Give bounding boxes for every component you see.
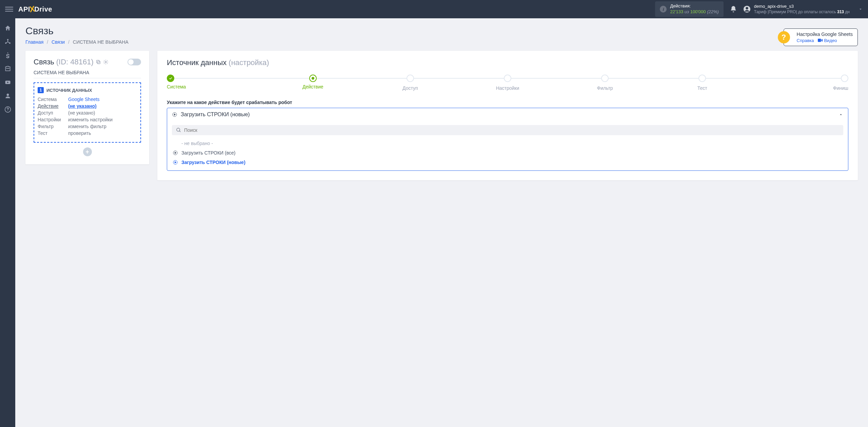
connection-title: Связь xyxy=(34,58,54,66)
actions-badge[interactable]: i Действия: 22'133 из 100'000 (22%) xyxy=(655,1,723,17)
play-icon xyxy=(173,160,178,165)
row-action-value[interactable]: (не указано) xyxy=(68,103,97,109)
source-box-title: ИСТОЧНИК ДАННЫХ xyxy=(46,88,92,93)
action-field-label: Укажите на какое действие будет срабатыв… xyxy=(167,100,848,105)
actions-count: 22'133 из 100'000 (22%) xyxy=(670,9,718,15)
option-none[interactable]: - не выбрано - xyxy=(172,139,843,148)
breadcrumb-links[interactable]: Связи xyxy=(52,39,65,45)
username: demo_apix-drive_s3 xyxy=(754,4,850,9)
page-title: Связь xyxy=(25,25,129,37)
sidebar xyxy=(0,18,15,187)
bell-icon[interactable] xyxy=(730,5,737,13)
row-access-label: Доступ xyxy=(38,110,68,116)
action-dropdown: Загрузить СТРОКИ (новые) - не выбрано - … xyxy=(167,108,848,171)
sidebar-billing[interactable] xyxy=(0,49,15,62)
svg-point-13 xyxy=(177,128,180,131)
sidebar-briefcase[interactable] xyxy=(0,62,15,75)
setup-subtitle: (настройка) xyxy=(229,58,269,67)
help-title: Настройка Google Sheets xyxy=(797,32,853,37)
tariff-info: Тариф |Премиум PRO| до оплаты осталось 3… xyxy=(754,9,850,15)
svg-point-1 xyxy=(746,7,748,9)
option-all-rows[interactable]: Загрузить СТРОКИ (все) xyxy=(172,148,843,158)
step-finish[interactable]: Финиш xyxy=(751,75,848,91)
step-test[interactable]: Тест xyxy=(654,75,751,91)
step-settings[interactable]: Настройки xyxy=(459,75,556,91)
connection-card: Связь (ID: 48161) СИСТЕМА НЕ ВЫБРАНА 1 И… xyxy=(25,51,149,164)
dropdown-toggle[interactable]: Загрузить СТРОКИ (новые) xyxy=(167,108,848,121)
sidebar-video[interactable] xyxy=(0,76,15,89)
actions-label: Действия: xyxy=(670,3,718,9)
step-system[interactable]: Система xyxy=(167,75,264,89)
row-filter-label: Фильтр xyxy=(38,124,68,129)
sidebar-home[interactable] xyxy=(0,22,15,35)
row-access-value: (не указано) xyxy=(68,110,95,116)
row-settings-value[interactable]: изменить настройки xyxy=(68,117,113,122)
step-filter[interactable]: Фильтр xyxy=(556,75,654,91)
help-bubble: ? Настройка Google Sheets Справка Видео xyxy=(784,28,858,46)
main-content: Связь Главная / Связи / СИСТЕМА НЕ ВЫБРА… xyxy=(15,18,868,187)
svg-point-11 xyxy=(105,61,106,63)
svg-rect-10 xyxy=(97,60,99,63)
info-icon: i xyxy=(660,6,667,13)
row-test-value[interactable]: проверить xyxy=(68,130,91,136)
connection-subtitle: СИСТЕМА НЕ ВЫБРАНА xyxy=(34,70,141,78)
logo-pre: API xyxy=(18,5,30,13)
hamburger-menu[interactable] xyxy=(5,5,13,13)
row-system-label: Система xyxy=(38,97,68,102)
svg-rect-9 xyxy=(97,61,100,64)
dropdown-selected-text: Загрузить СТРОКИ (новые) xyxy=(181,111,250,118)
question-icon[interactable]: ? xyxy=(778,31,790,43)
chevron-down-icon xyxy=(858,7,863,12)
sidebar-profile[interactable] xyxy=(0,89,15,102)
setup-card: Источник данных (настройка) Система Дейс… xyxy=(157,51,858,180)
stepper: Система Действие Доступ Настройки Фильтр xyxy=(167,75,848,91)
chevron-up-icon xyxy=(839,112,843,117)
row-system-value[interactable]: Google Sheets xyxy=(68,97,100,102)
step-access[interactable]: Доступ xyxy=(361,75,459,91)
gear-icon[interactable] xyxy=(103,59,108,65)
search-input[interactable] xyxy=(184,127,839,133)
data-source-box: 1 ИСТОЧНИК ДАННЫХ СистемаGoogle Sheets Д… xyxy=(34,82,141,143)
play-icon xyxy=(173,150,178,156)
breadcrumb-current: СИСТЕМА НЕ ВЫБРАНА xyxy=(73,39,129,45)
enable-toggle[interactable] xyxy=(127,59,141,65)
svg-point-2 xyxy=(7,39,8,40)
add-destination-button[interactable]: + xyxy=(83,147,92,156)
source-number: 1 xyxy=(38,87,44,93)
logo-x-icon: X xyxy=(29,4,36,14)
row-test-label: Тест xyxy=(38,130,68,136)
sidebar-help[interactable] xyxy=(0,103,15,116)
row-settings-label: Настройки xyxy=(38,117,68,122)
setup-title: Источник данных xyxy=(167,58,226,67)
copy-icon[interactable] xyxy=(96,59,101,65)
help-link-reference[interactable]: Справка xyxy=(797,38,814,43)
sidebar-connections[interactable] xyxy=(0,35,15,48)
play-icon xyxy=(172,112,177,117)
breadcrumbs: Главная / Связи / СИСТЕМА НЕ ВЫБРАНА xyxy=(25,39,129,45)
user-menu[interactable]: demo_apix-drive_s3 Тариф |Премиум PRO| д… xyxy=(743,4,863,15)
dropdown-search[interactable] xyxy=(172,125,843,135)
user-icon xyxy=(743,5,751,13)
step-action[interactable]: Действие xyxy=(264,75,361,89)
connection-id: (ID: 48161) xyxy=(56,58,94,66)
topbar: API X Drive i Действия: 22'133 из 100'00… xyxy=(0,0,868,18)
row-filter-value[interactable]: изменить фильтр xyxy=(68,124,106,129)
svg-point-6 xyxy=(6,94,9,96)
option-new-rows[interactable]: Загрузить СТРОКИ (новые) xyxy=(172,158,843,167)
help-link-video[interactable]: Видео xyxy=(818,38,837,43)
row-action-label[interactable]: Действие xyxy=(38,103,68,109)
logo-post: Drive xyxy=(34,5,52,13)
svg-rect-8 xyxy=(818,39,821,42)
logo[interactable]: API X Drive xyxy=(18,4,52,14)
breadcrumb-home[interactable]: Главная xyxy=(25,39,43,45)
